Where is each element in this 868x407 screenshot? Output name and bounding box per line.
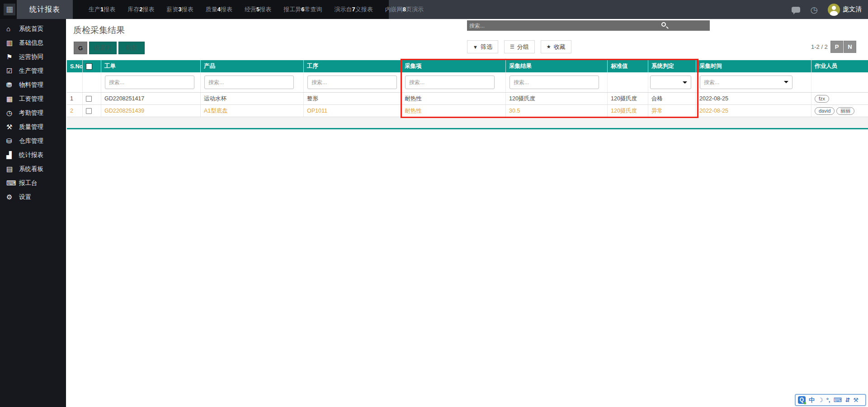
soft-keyboard-icon[interactable]: ⌨ bbox=[833, 395, 842, 405]
star-icon: ★ bbox=[547, 44, 551, 50]
table-bottom-divider bbox=[67, 128, 868, 129]
cell-item: 耐热性 bbox=[401, 93, 506, 104]
分组-button[interactable]: ☰分组 bbox=[504, 40, 535, 53]
prev-page-button[interactable]: P bbox=[830, 41, 843, 53]
column-header-工单[interactable]: 工单 bbox=[101, 60, 201, 72]
lang-chinese-icon[interactable]: 中 bbox=[809, 395, 815, 405]
filter-input-workorder[interactable] bbox=[105, 76, 194, 89]
table-row[interactable]: 2GD2208251439A1型底盘OP1011耐热性30.5120摄氏度异常2… bbox=[67, 105, 868, 117]
topnav-item-text: 库存 bbox=[127, 6, 139, 13]
sidebar-item-质量管理[interactable]: ⚒质量管理 bbox=[0, 120, 66, 134]
topnav-item-text: 薪资 bbox=[166, 6, 178, 13]
sidebar-item-工资管理[interactable]: ▦工资管理 bbox=[0, 92, 66, 106]
topnav-item-5[interactable]: 经营5报表 bbox=[245, 5, 271, 14]
topnav-item-text: 生产 bbox=[89, 6, 100, 13]
filter-input-process[interactable] bbox=[307, 76, 397, 89]
topnav-item-8[interactable]: 内嵌网8页演示 bbox=[385, 5, 424, 14]
sidebar-item-考勤管理[interactable]: ◷考勤管理 bbox=[0, 106, 66, 120]
column-header-工序[interactable]: 工序 bbox=[304, 60, 401, 72]
topnav-item-text: 报表 bbox=[259, 6, 271, 13]
topbar: ▦ 统计报表 生产1报表库存2报表薪资3报表质量4报表经营5报表报工异6常查询演… bbox=[0, 0, 868, 19]
filter-cell-process bbox=[304, 72, 401, 92]
filter-input-product[interactable] bbox=[204, 76, 294, 89]
sogou-logo-icon[interactable]: Q bbox=[798, 396, 806, 404]
sidebar-item-label: 运营协同 bbox=[19, 53, 43, 61]
refresh-button[interactable]: 刷新 bbox=[118, 42, 145, 54]
set-columns-button[interactable]: 设置列 bbox=[89, 42, 117, 54]
ime-settings-icon[interactable]: ⚒ bbox=[853, 395, 859, 405]
cell-workorder: GD2208251417 bbox=[101, 93, 201, 104]
column-header-系统判定[interactable]: 系统判定 bbox=[648, 60, 696, 72]
topnav-item-1[interactable]: 生产1报表 bbox=[89, 5, 115, 14]
sidebar-item-基础信息[interactable]: ▥基础信息 bbox=[0, 36, 66, 50]
topnav-item-2[interactable]: 库存2报表 bbox=[127, 5, 154, 14]
cell-judge: 合格 bbox=[648, 93, 696, 104]
row-checkbox[interactable] bbox=[86, 96, 92, 102]
cell-standard: 120摄氏度 bbox=[608, 105, 648, 117]
topnav-item-3[interactable]: 薪资3报表 bbox=[166, 5, 193, 14]
sidebar-item-生产管理[interactable]: ☑生产管理 bbox=[0, 64, 66, 78]
global-search-input[interactable] bbox=[467, 20, 710, 31]
column-header-S.No[interactable]: S.No bbox=[67, 60, 83, 72]
filter-input-result[interactable] bbox=[509, 76, 599, 89]
sidebar-item-label: 报工台 bbox=[19, 179, 38, 187]
column-header-采集项[interactable]: 采集项 bbox=[401, 60, 506, 72]
chat-icon[interactable] bbox=[792, 7, 800, 13]
column-header-checkbox[interactable] bbox=[83, 60, 101, 72]
收藏-button[interactable]: ★收藏 bbox=[541, 40, 571, 53]
cell-process: 整形 bbox=[304, 93, 401, 104]
table-row[interactable]: 1GD2208251417运动水杯整形耐热性120摄氏度120摄氏度合格2022… bbox=[67, 93, 868, 105]
column-header-采集结果[interactable]: 采集结果 bbox=[506, 60, 608, 72]
sidebar-item-仓库管理[interactable]: ⛁仓库管理 bbox=[0, 134, 66, 148]
filter-input-item[interactable] bbox=[405, 76, 495, 89]
column-header-采集时间[interactable]: 采集时间 bbox=[696, 60, 811, 72]
sidebar-item-label: 系统首页 bbox=[19, 25, 43, 33]
user-name: 庞文清 bbox=[843, 5, 862, 14]
select-all-checkbox[interactable] bbox=[86, 63, 92, 70]
clock-icon[interactable]: ◷ bbox=[810, 5, 818, 14]
topbar-right: ◷ 庞文清 bbox=[792, 0, 862, 19]
chevron-down-icon[interactable] bbox=[784, 81, 788, 85]
search-icon[interactable] bbox=[661, 22, 666, 27]
sidebar-item-系统首页[interactable]: ⌂系统首页 bbox=[0, 22, 66, 36]
sidebar-item-物料管理[interactable]: ⛃物料管理 bbox=[0, 78, 66, 92]
operator-badge: fzx bbox=[815, 95, 829, 103]
avatar bbox=[828, 4, 840, 16]
column-header-产品[interactable]: 产品 bbox=[201, 60, 304, 72]
column-header-标准值[interactable]: 标准值 bbox=[608, 60, 648, 72]
topnav-item-6[interactable]: 报工异6常查询 bbox=[283, 5, 322, 14]
topnav-item-text: 经营 bbox=[245, 6, 256, 13]
punctuation-icon[interactable]: °, bbox=[826, 395, 830, 405]
operation-collab-icon: ⚑ bbox=[6, 53, 19, 61]
筛选-button[interactable]: ▼筛选 bbox=[467, 40, 498, 53]
filter-cell-standard bbox=[608, 72, 648, 92]
sidebar-item-统计报表[interactable]: ▟统计报表 bbox=[0, 148, 66, 162]
cell-product: 运动水杯 bbox=[201, 93, 304, 104]
collapse-button[interactable]: G bbox=[74, 42, 87, 54]
filter-cell-check bbox=[83, 72, 101, 92]
shortcut-hint: 7 bbox=[352, 6, 355, 13]
apps-grid-icon[interactable]: ▦ bbox=[4, 4, 15, 15]
stats-report-icon: ▟ bbox=[6, 151, 19, 159]
sidebar-item-系统看板[interactable]: ▤系统看板 bbox=[0, 162, 66, 176]
sidebar-item-label: 统计报表 bbox=[19, 151, 43, 159]
moon-icon[interactable]: ☽ bbox=[818, 395, 823, 405]
row-checkbox[interactable] bbox=[86, 108, 92, 114]
user-menu[interactable]: 庞文清 bbox=[828, 4, 862, 16]
filter-select-judge[interactable] bbox=[650, 76, 691, 89]
table-actions: ▼筛选☰分组★收藏 bbox=[467, 40, 571, 53]
sidebar-item-设置[interactable]: ⚙设置 bbox=[0, 190, 66, 204]
filter-input-time[interactable] bbox=[700, 76, 793, 89]
work-terminal-icon: ⌨ bbox=[6, 179, 19, 187]
fullhalf-width-icon[interactable]: ⇵ bbox=[845, 395, 850, 405]
column-header-作业人员[interactable]: 作业人员 bbox=[811, 60, 868, 72]
home-icon: ⌂ bbox=[6, 25, 19, 33]
next-page-button[interactable]: N bbox=[844, 41, 856, 53]
topnav-item-text: 报表 bbox=[182, 6, 193, 13]
sidebar-item-运营协同[interactable]: ⚑运营协同 bbox=[0, 50, 66, 64]
topnav-item-4[interactable]: 质量4报表 bbox=[206, 5, 232, 14]
sidebar-item-报工台[interactable]: ⌨报工台 bbox=[0, 176, 66, 190]
topnav-item-7[interactable]: 演示自7义报表 bbox=[334, 5, 373, 14]
material-icon: ⛃ bbox=[6, 81, 19, 89]
topnav-item-text: 报工异 bbox=[283, 6, 301, 13]
